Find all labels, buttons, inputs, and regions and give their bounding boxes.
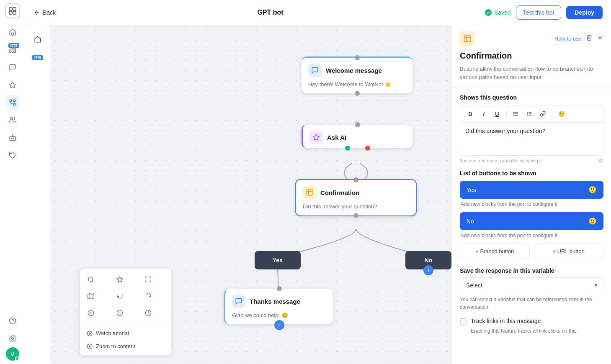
sidebar-item-help[interactable]: [5, 313, 20, 328]
rte-char-count: 30: [598, 158, 603, 163]
node-askai-icon: [309, 131, 323, 144]
sidebar-item-chat[interactable]: [5, 60, 20, 75]
list-buttons-label: List of buttons to be shown: [460, 170, 603, 177]
magic-tool-icon[interactable]: [112, 272, 127, 287]
canvas-background[interactable]: Welcome message Hey there! Welcome to Wo…: [50, 25, 452, 364]
node-no[interactable]: No +: [405, 251, 451, 269]
expand-tool-icon[interactable]: [141, 272, 156, 287]
map-tool-icon[interactable]: [83, 289, 98, 304]
rte-divider-1: [506, 110, 507, 118]
node-welcome-bottom-dot: [355, 91, 360, 96]
node-thanks[interactable]: Thanks message Glad we could help! 😊 +: [224, 289, 333, 324]
svg-rect-13: [10, 136, 15, 141]
yes-button-hint: Add new blocks from the port to configur…: [460, 201, 603, 207]
canvas-badge: 7/75: [30, 50, 45, 65]
node-yes-label: Yes: [273, 257, 283, 264]
saved-icon: [485, 9, 492, 16]
no-emoji-btn[interactable]: 🙂: [588, 217, 597, 225]
redo-tool-icon[interactable]: [141, 289, 156, 304]
rte-toolbar: B I U 🙂: [460, 105, 603, 122]
variable-select[interactable]: Select: [460, 277, 603, 293]
node-thanks-add-btn[interactable]: +: [274, 320, 284, 330]
delete-panel-icon[interactable]: [586, 34, 593, 43]
track-links-row: Track links in this message: [460, 318, 603, 325]
sidebar-item-integrations[interactable]: [5, 148, 20, 163]
no-button-item[interactable]: No 🙂: [460, 212, 603, 230]
rte-emoji-btn[interactable]: 🙂: [556, 108, 567, 120]
node-confirmation-bottom-dot: [353, 213, 358, 218]
svg-marker-24: [117, 277, 122, 282]
node-confirmation-header: Confirmation: [296, 180, 416, 203]
node-confirmation[interactable]: Confirmation Did this answer your questi…: [295, 179, 417, 216]
rte-content-area[interactable]: Did this answer your question?: [460, 122, 603, 156]
rte-hint: You can reference a variable by typing #…: [460, 158, 603, 163]
search-tool-icon[interactable]: [83, 272, 98, 287]
sidebar-item-home[interactable]: [5, 25, 20, 40]
node-welcome-title: Welcome message: [326, 67, 382, 74]
canvas-sidebar: 7/75: [25, 25, 50, 364]
svg-rect-11: [13, 100, 15, 102]
tools-divider: [83, 324, 168, 324]
canvas-count-badge: 7/75: [32, 55, 44, 60]
left-sidebar: 7/75 U: [0, 0, 25, 364]
rte-underline-btn[interactable]: U: [491, 108, 503, 120]
sidebar-item-analytics[interactable]: 7/75: [5, 42, 20, 57]
zoom-to-content-btn[interactable]: Zoom to content: [83, 341, 168, 352]
svg-marker-25: [88, 293, 94, 299]
rte-divider-2: [552, 110, 552, 118]
node-welcome[interactable]: Welcome message Hey there! Welcome to Wo…: [302, 56, 412, 93]
track-links-checkbox[interactable]: [460, 318, 467, 325]
rte-ul-btn[interactable]: [510, 108, 522, 120]
clock-tool-icon[interactable]: [141, 305, 156, 320]
test-bot-button[interactable]: Test this bot: [516, 5, 562, 20]
yes-emoji-btn[interactable]: 🙂: [588, 186, 597, 194]
node-askai-green-dot: [345, 146, 350, 151]
undo-tool-icon[interactable]: [112, 289, 127, 304]
rte-ol-btn[interactable]: [523, 108, 535, 120]
sidebar-item-settings[interactable]: [5, 331, 20, 346]
rte-italic-btn[interactable]: I: [478, 108, 490, 120]
node-no-label: No: [425, 257, 433, 264]
sidebar-item-ai[interactable]: [5, 77, 20, 92]
svg-rect-3: [13, 11, 16, 14]
rte-link-btn[interactable]: [537, 108, 549, 120]
zoom-in-tool-icon[interactable]: [83, 305, 98, 320]
canvas-area: 7/75: [25, 25, 611, 364]
node-yes[interactable]: Yes: [255, 251, 301, 269]
node-askai[interactable]: Ask AI: [302, 125, 412, 148]
zoom-to-content-label: Zoom to content: [96, 343, 135, 349]
header-actions: Saved Test this bot Deploy: [485, 5, 603, 20]
back-button[interactable]: Back: [34, 9, 56, 16]
sidebar-item-flow[interactable]: [5, 95, 20, 110]
panel-header-actions: How to use: [554, 34, 603, 43]
svg-rect-9: [10, 100, 12, 102]
svg-rect-0: [9, 8, 12, 10]
svg-point-44: [513, 112, 514, 113]
svg-point-23: [88, 277, 93, 282]
svg-marker-35: [89, 332, 91, 334]
node-thanks-title: Thanks message: [250, 298, 300, 305]
svg-rect-10: [13, 103, 15, 105]
svg-point-16: [10, 153, 11, 154]
watch-tutorial-label: Watch tutorial: [96, 330, 129, 336]
sidebar-item-bot[interactable]: [5, 130, 20, 145]
panel-title: Confirmation: [452, 46, 611, 63]
svg-rect-6: [12, 48, 13, 53]
saved-label: Saved: [494, 9, 511, 16]
sidebar-item-people[interactable]: [5, 113, 20, 128]
close-panel-icon[interactable]: [597, 34, 603, 43]
node-thanks-header: Thanks message: [225, 289, 333, 312]
no-button-label: No: [467, 218, 474, 225]
deploy-button[interactable]: Deploy: [566, 6, 603, 19]
rte-bold-btn[interactable]: B: [464, 108, 476, 120]
node-no-add-btn[interactable]: +: [423, 265, 433, 275]
zoom-out-tool-icon[interactable]: [112, 305, 127, 320]
add-branch-button[interactable]: + Branch button: [460, 244, 530, 259]
saved-status: Saved: [485, 9, 511, 16]
watch-tutorial-btn[interactable]: Watch tutorial: [83, 328, 168, 339]
add-url-button[interactable]: + URL button: [534, 244, 604, 259]
canvas-home-icon[interactable]: [30, 32, 45, 47]
how-to-use-link[interactable]: How to use: [554, 36, 582, 42]
avatar[interactable]: U: [6, 347, 19, 361]
yes-button-item[interactable]: Yes 🙂: [460, 181, 603, 199]
